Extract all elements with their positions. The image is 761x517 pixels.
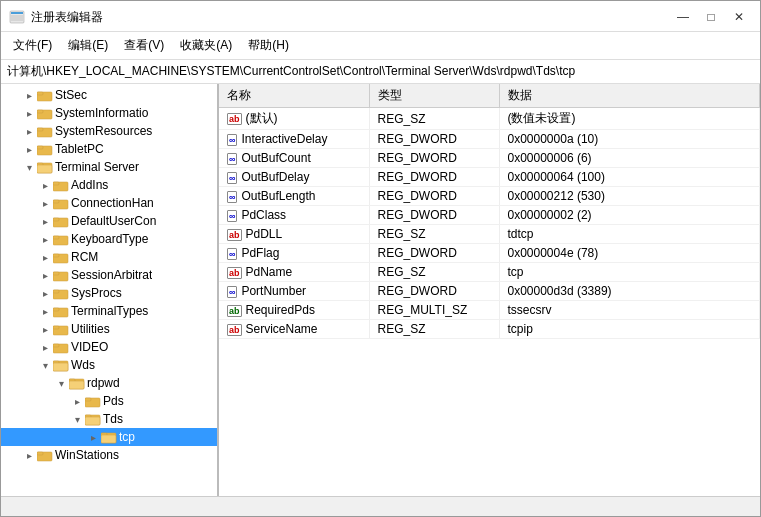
- svg-rect-35: [53, 344, 59, 347]
- expand-icon: ▸: [21, 141, 37, 157]
- registry-table: 名称 类型 数据 ab(默认)REG_SZ(数值未设置)∞Interactive…: [219, 84, 760, 339]
- cell-name: ∞PortNumber: [219, 282, 369, 301]
- tree-item-sessionarbitrat[interactable]: ▸SessionArbitrat: [1, 266, 217, 284]
- dword-icon: ∞: [227, 153, 237, 165]
- tree-item-rcm[interactable]: ▸RCM: [1, 248, 217, 266]
- menu-item[interactable]: 文件(F): [5, 34, 60, 57]
- expand-icon: ▸: [37, 321, 53, 337]
- tree-item-video[interactable]: ▸VIDEO: [1, 338, 217, 356]
- table-row[interactable]: abRequiredPdsREG_MULTI_SZtssecsrv: [219, 301, 760, 320]
- minimize-button[interactable]: —: [670, 7, 696, 27]
- expand-icon: ▸: [37, 195, 53, 211]
- svg-rect-19: [53, 200, 59, 203]
- tree-item-label: tcp: [117, 430, 135, 444]
- menu-item[interactable]: 帮助(H): [240, 34, 297, 57]
- tree-item-sysprocs[interactable]: ▸SysProcs: [1, 284, 217, 302]
- expand-icon: ▸: [37, 339, 53, 355]
- tree-item-winstations[interactable]: ▸WinStations: [1, 446, 217, 464]
- table-row[interactable]: ∞PortNumberREG_DWORD0x00000d3d (3389): [219, 282, 760, 301]
- table-row[interactable]: ∞OutBufCountREG_DWORD0x00000006 (6): [219, 149, 760, 168]
- cell-data: tssecsrv: [499, 301, 760, 320]
- tree-item-label: DefaultUserCon: [69, 214, 156, 228]
- cell-data: tcpip: [499, 320, 760, 339]
- cell-data: (数值未设置): [499, 108, 760, 130]
- tree-item-pds[interactable]: ▸Pds: [1, 392, 217, 410]
- col-type: 类型: [369, 84, 499, 108]
- tree-item-label: WinStations: [53, 448, 119, 462]
- folder-icon: [37, 123, 53, 139]
- cell-type: REG_SZ: [369, 263, 499, 282]
- ab-icon: ab: [227, 113, 242, 125]
- tree-item-tcp[interactable]: ▸tcp: [1, 428, 217, 446]
- tree-item-wds[interactable]: ▾Wds: [1, 356, 217, 374]
- tree-item-tds[interactable]: ▾Tds: [1, 410, 217, 428]
- address-bar: 计算机\HKEY_LOCAL_MACHINE\SYSTEM\CurrentCon…: [1, 60, 760, 84]
- svg-rect-33: [53, 326, 59, 329]
- tree-item-terminaltypes[interactable]: ▸TerminalTypes: [1, 302, 217, 320]
- cell-data: 0x00000006 (6): [499, 149, 760, 168]
- expand-icon: ▸: [21, 105, 37, 121]
- folder-icon: [37, 447, 53, 463]
- cell-name: ∞PdClass: [219, 206, 369, 225]
- cell-type: REG_DWORD: [369, 244, 499, 263]
- expand-icon: ▸: [69, 393, 85, 409]
- tree-item-addins[interactable]: ▸AddIns: [1, 176, 217, 194]
- cell-data: tcp: [499, 263, 760, 282]
- svg-rect-15: [37, 165, 52, 173]
- cell-data: 0x0000000a (10): [499, 130, 760, 149]
- svg-rect-49: [101, 435, 116, 443]
- table-row[interactable]: ∞PdClassREG_DWORD0x00000002 (2): [219, 206, 760, 225]
- tree-item-systemresources[interactable]: ▸SystemResources: [1, 122, 217, 140]
- svg-rect-6: [37, 92, 43, 95]
- tree-item-label: Wds: [69, 358, 95, 372]
- tree-item-utilities[interactable]: ▸Utilities: [1, 320, 217, 338]
- table-row[interactable]: ∞OutBufDelayREG_DWORD0x00000064 (100): [219, 168, 760, 187]
- expand-icon: ▾: [21, 159, 37, 175]
- menu-item[interactable]: 查看(V): [116, 34, 172, 57]
- table-row[interactable]: ∞InteractiveDelayREG_DWORD0x0000000a (10…: [219, 130, 760, 149]
- title-controls: — □ ✕: [670, 7, 752, 27]
- table-row[interactable]: abPdDLLREG_SZtdtcp: [219, 225, 760, 244]
- close-button[interactable]: ✕: [726, 7, 752, 27]
- table-row[interactable]: abServiceNameREG_SZtcpip: [219, 320, 760, 339]
- tree-item-stsec[interactable]: ▸StSec: [1, 86, 217, 104]
- svg-rect-29: [53, 290, 59, 293]
- tree-item-label: SysProcs: [69, 286, 122, 300]
- tree-item-keyboardtype[interactable]: ▸KeyboardType: [1, 230, 217, 248]
- multi-icon: ab: [227, 305, 242, 317]
- tree-item-defaultusercon[interactable]: ▸DefaultUserCon: [1, 212, 217, 230]
- table-row[interactable]: ab(默认)REG_SZ(数值未设置): [219, 108, 760, 130]
- tree-item-label: TerminalTypes: [69, 304, 148, 318]
- maximize-button[interactable]: □: [698, 7, 724, 27]
- col-data: 数据: [499, 84, 760, 108]
- menu-item[interactable]: 编辑(E): [60, 34, 116, 57]
- tree-item-terminalserver[interactable]: ▾Terminal Server: [1, 158, 217, 176]
- tree-item-label: KeyboardType: [69, 232, 148, 246]
- tree-item-connectionhan[interactable]: ▸ConnectionHan: [1, 194, 217, 212]
- tree-item-tabletpc[interactable]: ▸TabletPC: [1, 140, 217, 158]
- table-row[interactable]: ∞PdFlagREG_DWORD0x0000004e (78): [219, 244, 760, 263]
- menu-item[interactable]: 收藏夹(A): [172, 34, 240, 57]
- table-row[interactable]: abPdNameREG_SZtcp: [219, 263, 760, 282]
- cell-name: abServiceName: [219, 320, 369, 339]
- svg-rect-1: [11, 12, 23, 14]
- registry-tree[interactable]: ▸StSec▸SystemInformatio▸SystemResources▸…: [1, 84, 219, 496]
- cell-name: ∞OutBufLength: [219, 187, 369, 206]
- dword-icon: ∞: [227, 210, 237, 222]
- tree-item-label: RCM: [69, 250, 98, 264]
- cell-type: REG_DWORD: [369, 282, 499, 301]
- tree-item-systeminformatio[interactable]: ▸SystemInformatio: [1, 104, 217, 122]
- table-row[interactable]: ∞OutBufLengthREG_DWORD0x00000212 (530): [219, 187, 760, 206]
- cell-name: abPdDLL: [219, 225, 369, 244]
- expand-icon: ▸: [21, 447, 37, 463]
- cell-name: ∞OutBufDelay: [219, 168, 369, 187]
- tree-item-rdpwd[interactable]: ▾rdpwd: [1, 374, 217, 392]
- svg-rect-23: [53, 236, 59, 239]
- dword-icon: ∞: [227, 172, 237, 184]
- tree-item-label: Utilities: [69, 322, 110, 336]
- table-body: ab(默认)REG_SZ(数值未设置)∞InteractiveDelayREG_…: [219, 108, 760, 339]
- tree-item-label: Pds: [101, 394, 124, 408]
- folder-icon: [53, 303, 69, 319]
- folder-icon: [53, 231, 69, 247]
- tree-item-label: StSec: [53, 88, 87, 102]
